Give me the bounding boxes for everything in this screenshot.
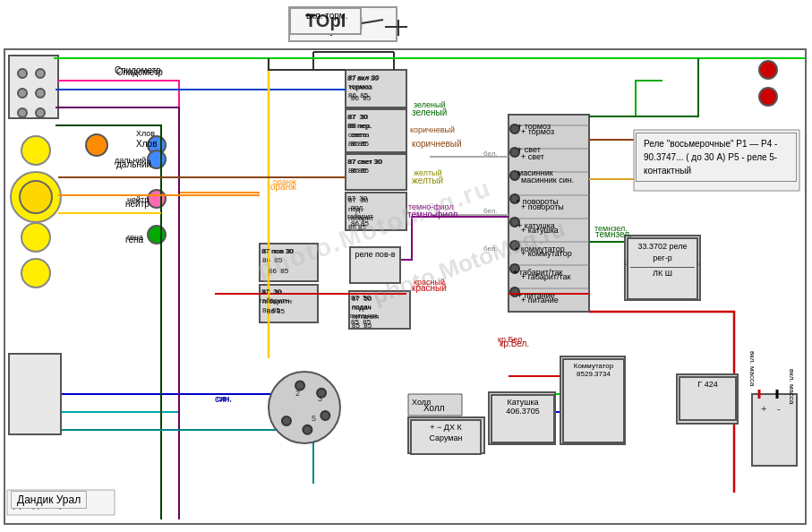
- wiring-diagram: [0, 0, 812, 532]
